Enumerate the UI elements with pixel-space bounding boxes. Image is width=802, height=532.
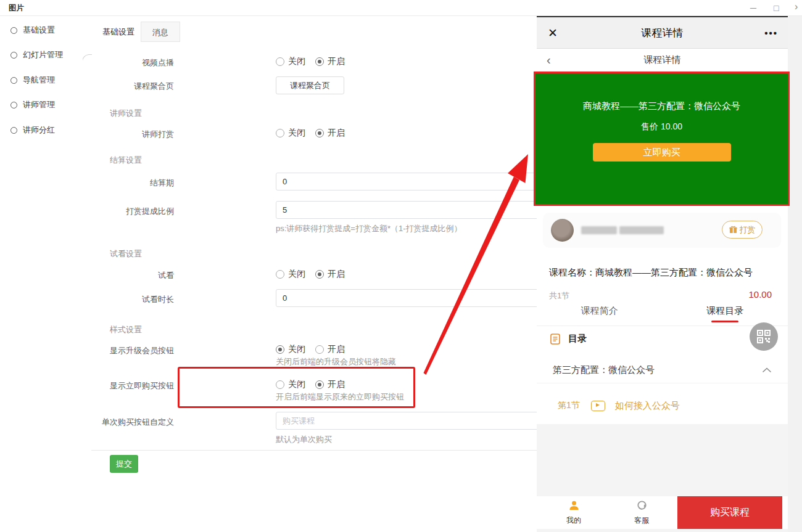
page-title: 课程详情: [537, 54, 788, 66]
banner-course-title: 商城教程——第三方配置：微信公众号: [583, 100, 740, 112]
radio-icon: [315, 57, 324, 66]
reward-ratio-hint: ps:讲师获得打赏提成=打赏金额*（1-打赏提成比例）: [276, 223, 462, 234]
tab-message[interactable]: 消息: [141, 22, 180, 42]
show-upgrade-on-radio[interactable]: 开启: [315, 344, 345, 355]
radio-icon: [276, 270, 284, 279]
detail-tabs: 课程简介 课程目录: [537, 298, 788, 326]
show-buy-now-on-radio[interactable]: 开启: [315, 379, 345, 390]
video-vod-off-radio[interactable]: 关闭: [276, 56, 305, 67]
video-play-icon: [591, 401, 605, 411]
section-settle-settings: 结算设置: [110, 155, 142, 166]
qr-code-icon: [757, 330, 771, 343]
qr-code-button[interactable]: [750, 322, 778, 351]
radio-icon: [315, 345, 324, 354]
buy-now-button[interactable]: 立即购买: [593, 143, 731, 162]
radio-icon: [276, 129, 284, 137]
sidebar-item-basic-settings[interactable]: 基础设置: [10, 24, 55, 36]
teacher-reward-radio-group: 关闭 开启: [276, 128, 345, 139]
page-navbar: ‹ 课程详情: [537, 49, 788, 71]
course-banner: 商城教程——第三方配置：微信公众号 售价 10.00 立即购买: [534, 72, 790, 206]
active-tab-underline: [711, 321, 738, 322]
show-upgrade-off-radio[interactable]: 关闭: [276, 344, 305, 355]
trial-on-radio[interactable]: 开启: [315, 269, 345, 280]
show-upgrade-hint: 关闭后前端的升级会员按钮将隐藏: [276, 356, 396, 367]
tab-course-catalog[interactable]: 课程目录: [663, 298, 788, 325]
tab-basic-settings[interactable]: 基础设置: [91, 22, 146, 42]
teacher-reward-off-radio[interactable]: 关闭: [276, 128, 305, 139]
show-buy-now-off-radio[interactable]: 关闭: [276, 379, 305, 390]
radio-icon: [276, 57, 284, 66]
radio-icon: [276, 380, 284, 389]
sidebar-item-slides[interactable]: 幻灯片管理: [10, 49, 63, 61]
trial-off-radio[interactable]: 关闭: [276, 269, 305, 280]
divider: [91, 450, 548, 451]
catalog-header: 目录: [550, 333, 587, 345]
person-icon: [568, 500, 580, 512]
avatar: [551, 219, 574, 242]
window-titlebar: 图片 ─ □ ›: [0, 0, 802, 16]
purchase-course-button[interactable]: 购买课程: [677, 496, 782, 529]
wechat-title: 课程详情: [537, 26, 788, 40]
show-buy-now-radio-group: 关闭 开启: [276, 379, 345, 390]
radio-icon: [315, 380, 324, 389]
reward-ratio-input[interactable]: [276, 201, 572, 219]
teacher-card: 打赏: [543, 213, 781, 248]
radio-icon: [315, 129, 324, 137]
show-buy-now-hint: 开启后前端显示原来的立即购买按钮: [276, 391, 404, 403]
video-vod-radio-group: 关闭 开启: [276, 56, 345, 67]
bottom-action-bar: 我的 客服 购买课程: [537, 496, 788, 529]
sidebar-item-teachers[interactable]: 讲师管理: [10, 99, 55, 111]
tab-service[interactable]: 客服: [623, 500, 660, 526]
course-agg-button[interactable]: 课程聚合页: [276, 76, 344, 94]
tab-course-intro[interactable]: 课程简介: [537, 298, 663, 325]
window-title: 图片: [9, 3, 24, 14]
video-vod-on-radio[interactable]: 开启: [315, 56, 345, 67]
radio-icon: [276, 345, 284, 354]
blurred-name: [619, 226, 664, 234]
radio-icon: [315, 270, 324, 279]
sidebar-item-teacher-dividend[interactable]: 讲师分红: [10, 124, 55, 136]
settle-period-input[interactable]: [276, 173, 572, 190]
headset-icon: [636, 500, 648, 512]
chevron-right-icon[interactable]: ›: [795, 1, 798, 12]
circle-icon: [10, 127, 17, 134]
circle-icon: [10, 27, 17, 34]
course-name: 课程名称：商城教程——第三方配置：微信公众号: [549, 267, 753, 279]
blurred-name: [581, 226, 617, 234]
section-trial-settings: 试看设置: [110, 248, 142, 260]
sidebar-item-navigation[interactable]: 导航管理: [10, 74, 55, 86]
wechat-header: ✕ 课程详情 •••: [537, 17, 788, 49]
section-style-settings: 样式设置: [110, 324, 142, 335]
background-area: [537, 529, 788, 532]
background-strip: [788, 16, 802, 532]
tab-mine[interactable]: 我的: [555, 500, 592, 526]
maximize-icon[interactable]: □: [774, 2, 779, 14]
trial-radio-group: 关闭 开启: [276, 269, 345, 280]
reward-button[interactable]: 打赏: [722, 221, 763, 239]
chapter-row[interactable]: 第三方配置：微信公众号: [537, 358, 788, 383]
section-teacher-settings: 讲师设置: [110, 108, 142, 119]
sidebar: 基础设置 幻灯片管理 导航管理 讲师管理 讲师分红: [0, 16, 83, 532]
circle-icon: [10, 102, 17, 108]
circle-icon: [10, 77, 17, 84]
minimize-icon[interactable]: ─: [750, 2, 756, 14]
submit-button[interactable]: 提交: [110, 455, 138, 473]
trial-duration-input[interactable]: [276, 289, 572, 307]
banner-price: 售价 10.00: [641, 121, 682, 133]
show-upgrade-radio-group: 关闭 开启: [276, 344, 345, 355]
circle-icon: [10, 52, 17, 59]
more-menu-icon[interactable]: •••: [764, 28, 778, 38]
gift-icon: [729, 226, 737, 234]
mobile-preview: ✕ 课程详情 ••• ‹ 课程详情 商城教程——第三方配置：微信公众号 售价 1…: [537, 15, 788, 532]
chevron-up-icon: [762, 367, 772, 373]
buy-button-custom-input[interactable]: [276, 412, 572, 430]
teacher-reward-on-radio[interactable]: 开启: [315, 128, 345, 139]
document-icon: [550, 334, 560, 345]
panel-border: [82, 54, 92, 532]
buy-button-custom-hint: 默认为单次购买: [276, 434, 332, 445]
lesson-row[interactable]: 第1节 如何接入公众号: [537, 392, 788, 419]
